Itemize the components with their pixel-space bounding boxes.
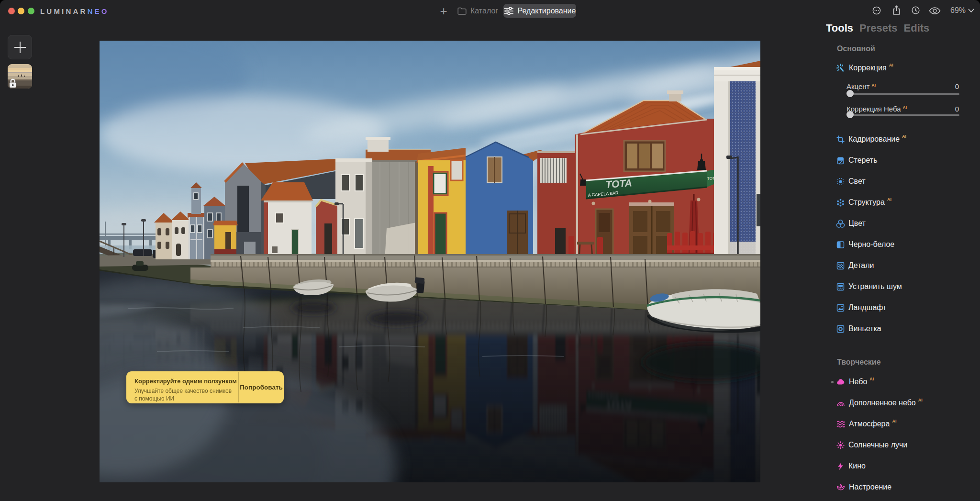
svg-text:TOTA: TOTA [605, 177, 633, 190]
